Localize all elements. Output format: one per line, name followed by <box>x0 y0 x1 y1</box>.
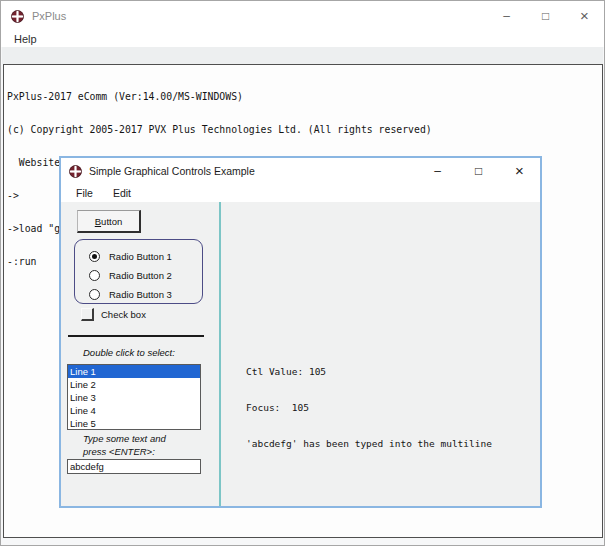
multiline-caption-line2: press <ENTER>: <box>83 446 155 457</box>
pxplus-logo-icon <box>69 164 82 177</box>
menu-edit[interactable]: Edit <box>110 187 134 199</box>
button-label: utton <box>101 216 122 227</box>
pxplus-main-window: PxPlus – □ × Help PxPlus-2017 eComm (Ver… <box>0 0 605 546</box>
output-ctl-value: Ctl Value: 105 <box>246 366 492 378</box>
radio-unselected-icon[interactable] <box>89 270 100 281</box>
sample-button[interactable]: Button <box>77 210 141 233</box>
list-item-selected[interactable]: Line 1 <box>68 365 200 378</box>
radio-label-3: Radio Button 3 <box>109 289 172 300</box>
main-menubar: Help <box>1 30 604 47</box>
output-focus: Focus: 105 <box>246 402 492 414</box>
pxplus-logo-icon <box>11 9 24 22</box>
list-item[interactable]: Line 3 <box>68 391 200 404</box>
dialog-title: Simple Graphical Controls Example <box>89 165 255 177</box>
list-item[interactable]: Line 4 <box>68 404 200 417</box>
dialog-titlebar: Simple Graphical Controls Example – □ × <box>61 158 540 183</box>
output-panel: Ctl Value: 105 Focus: 105 'abcdefg' has … <box>246 342 492 474</box>
terminal-line-version: PxPlus-2017 eComm (Ver:14.00/MS-WINDOWS) <box>7 91 602 102</box>
main-minimize-button[interactable]: – <box>487 1 526 30</box>
dialog-content: Button Radio Button 1 Radio Button 2 Rad… <box>61 202 540 506</box>
main-window-controls: – □ × <box>487 1 604 30</box>
radio-button-group: Radio Button 1 Radio Button 2 Radio Butt… <box>74 239 203 304</box>
main-close-button[interactable]: × <box>565 1 604 30</box>
main-titlebar: PxPlus – □ × <box>1 1 604 30</box>
terminal-line-copyright: (c) Copyright 2005-2017 PVX Plus Technol… <box>7 124 602 135</box>
radio-selected-icon[interactable] <box>89 251 100 262</box>
panel-divider <box>219 202 221 506</box>
checkbox-label: Check box <box>101 309 146 320</box>
dialog-window-controls: – □ × <box>417 158 540 183</box>
radio-unselected-icon[interactable] <box>89 289 100 300</box>
list-item[interactable]: Line 2 <box>68 378 200 391</box>
dialog-menubar: File Edit <box>61 183 540 202</box>
main-maximize-button[interactable]: □ <box>526 1 565 30</box>
checkbox-unchecked-icon[interactable] <box>81 308 94 321</box>
multiline-input[interactable] <box>67 459 201 474</box>
dialog-minimize-button[interactable]: – <box>417 158 458 183</box>
horizontal-separator <box>68 335 204 337</box>
checkbox-row[interactable]: Check box <box>81 308 146 321</box>
listbox-caption: Double click to select: <box>83 347 175 358</box>
radio-option-2[interactable]: Radio Button 2 <box>75 266 202 285</box>
main-window-title: PxPlus <box>32 10 66 22</box>
radio-label-2: Radio Button 2 <box>109 270 172 281</box>
menu-file[interactable]: File <box>73 187 96 199</box>
dialog-close-button[interactable]: × <box>499 158 540 183</box>
menu-help[interactable]: Help <box>11 33 40 45</box>
radio-label-1: Radio Button 1 <box>109 251 172 262</box>
output-typed-message: 'abcdefg' has been typed into the multil… <box>246 438 492 450</box>
radio-option-3[interactable]: Radio Button 3 <box>75 285 202 304</box>
multiline-caption-line1: Type some text and <box>83 433 166 444</box>
listbox[interactable]: Line 1 Line 2 Line 3 Line 4 Line 5 <box>67 364 201 430</box>
main-toolbar-gap <box>2 47 603 64</box>
controls-example-dialog: Simple Graphical Controls Example – □ × … <box>59 156 542 508</box>
dialog-maximize-button[interactable]: □ <box>458 158 499 183</box>
list-item[interactable]: Line 5 <box>68 417 200 430</box>
radio-option-1[interactable]: Radio Button 1 <box>75 247 202 266</box>
